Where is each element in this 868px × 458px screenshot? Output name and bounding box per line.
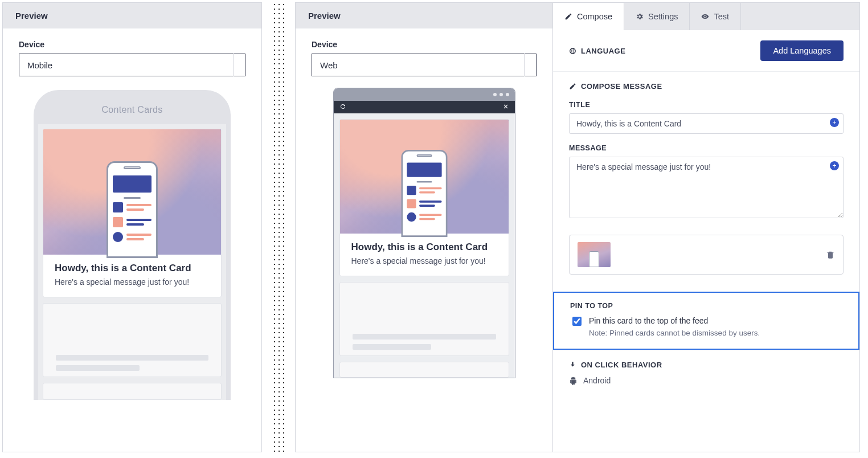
- device-select-mobile[interactable]: Mobile: [19, 54, 245, 76]
- edit-icon: [569, 83, 576, 90]
- on-click-behavior-text: ON CLICK BEHAVIOR: [581, 361, 662, 369]
- tab-settings-label: Settings: [648, 12, 678, 21]
- android-icon: [569, 377, 578, 385]
- placeholder-card: [339, 282, 509, 356]
- content-card-mobile: ★ Howdy, this i: [43, 129, 222, 297]
- tab-test[interactable]: Test: [690, 3, 741, 30]
- mobile-frame-title: Content Cards: [38, 105, 226, 124]
- content-card-message: Here's a special message just for you!: [351, 256, 497, 265]
- message-textarea[interactable]: [569, 157, 844, 218]
- add-personalization-icon[interactable]: +: [830, 161, 839, 170]
- editor-tabs: Compose Settings Test: [553, 3, 859, 30]
- mobile-frame: Content Cards ★: [34, 90, 231, 400]
- preview-header-web: Preview: [296, 3, 552, 28]
- platform-android: Android: [569, 369, 844, 392]
- content-card-message: Here's a special message just for you!: [55, 277, 210, 287]
- pin-to-top-heading: PIN TO TOP: [570, 302, 842, 310]
- browser-frame: ★: [333, 88, 515, 378]
- placeholder-card: [43, 303, 222, 377]
- device-select-web-value: Web: [320, 60, 338, 70]
- device-select-web[interactable]: Web: [312, 54, 537, 76]
- compose-message-heading-text: COMPOSE MESSAGE: [581, 82, 662, 91]
- language-heading: LANGUAGE: [569, 47, 625, 55]
- eye-icon: [701, 13, 709, 21]
- content-card-web: ★: [339, 119, 509, 276]
- title-label: TITLE: [569, 101, 844, 109]
- device-select-mobile-value: Mobile: [27, 60, 52, 70]
- chevron-down-icon: [233, 54, 245, 76]
- on-click-behavior-heading: ON CLICK BEHAVIOR: [569, 361, 844, 369]
- close-icon[interactable]: [502, 103, 509, 112]
- refresh-icon[interactable]: [339, 103, 346, 112]
- pin-to-top-checkbox[interactable]: [572, 317, 582, 326]
- trash-icon[interactable]: [826, 250, 835, 259]
- tab-compose[interactable]: Compose: [553, 3, 624, 30]
- device-label-mobile: Device: [19, 40, 245, 49]
- preview-panel-mobile: Preview Device Mobile Content Cards ★: [2, 2, 262, 452]
- add-languages-button[interactable]: Add Languages: [760, 40, 844, 61]
- message-label: MESSAGE: [569, 144, 844, 152]
- preview-header-mobile: Preview: [3, 3, 261, 28]
- add-personalization-icon[interactable]: +: [830, 118, 839, 127]
- placeholder-card: [43, 383, 222, 400]
- platform-android-label: Android: [583, 376, 611, 385]
- chevron-down-icon: [524, 54, 536, 76]
- panel-separator: [272, 2, 285, 452]
- pointer-icon: [569, 361, 576, 369]
- pin-to-top-section: PIN TO TOP Pin this card to the top of t…: [553, 292, 859, 350]
- preview-panel-web: Preview Device Web: [295, 2, 552, 452]
- editor-panel: Compose Settings Test LANGUAGE A: [552, 2, 860, 452]
- image-attachment-box: [569, 235, 844, 275]
- tab-settings[interactable]: Settings: [624, 3, 690, 30]
- language-heading-text: LANGUAGE: [581, 47, 625, 55]
- compose-message-heading: COMPOSE MESSAGE: [569, 82, 844, 91]
- tab-test-label: Test: [714, 12, 729, 21]
- pin-to-top-label: Pin this card to the top of the feed: [589, 316, 708, 325]
- gear-icon: [636, 13, 644, 21]
- device-label-web: Device: [312, 40, 537, 49]
- content-card-title: Howdy, this is a Content Card: [55, 263, 210, 274]
- pencil-icon: [564, 13, 572, 21]
- content-card-title: Howdy, this is a Content Card: [351, 242, 497, 253]
- tab-compose-label: Compose: [577, 12, 612, 21]
- title-input[interactable]: [569, 113, 844, 134]
- image-thumbnail[interactable]: [578, 242, 611, 267]
- placeholder-card: [339, 362, 509, 378]
- globe-icon: [569, 47, 576, 55]
- pin-to-top-note: Note: Pinned cards cannot be dismissed b…: [589, 328, 760, 339]
